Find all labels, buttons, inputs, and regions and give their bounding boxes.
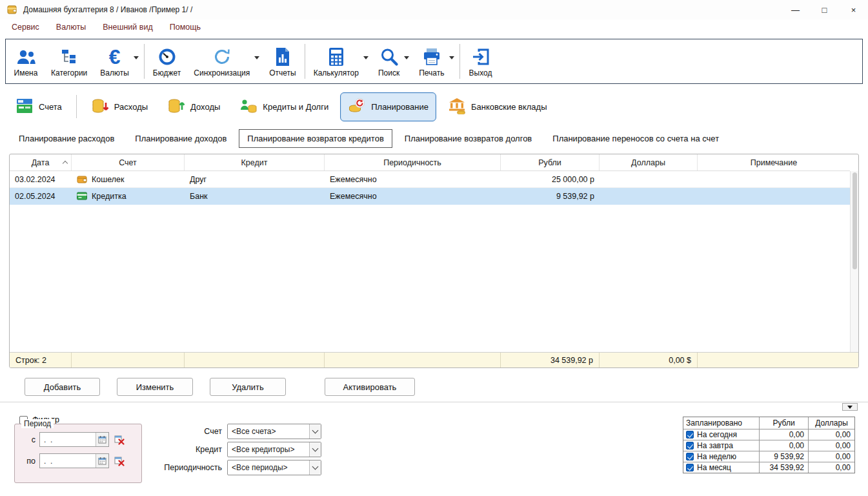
chevron-down-icon[interactable] xyxy=(134,56,139,59)
section-separator xyxy=(76,95,77,118)
column-header-date[interactable]: Дата xyxy=(10,154,72,170)
deposits-icon xyxy=(448,98,466,116)
calendar-icon[interactable] xyxy=(96,454,108,468)
rubles-total: 34 539,92 р xyxy=(501,353,600,367)
period-groupbox: Период с . . по . . xyxy=(14,424,142,483)
section-income[interactable]: Доходы xyxy=(159,92,228,121)
filter-panel: Фильтр Период с . . по . . xyxy=(0,411,868,496)
chevron-down-icon[interactable] xyxy=(309,442,321,457)
calculator-button[interactable]: Калькулятор xyxy=(307,41,372,82)
date-to-label: по xyxy=(21,457,35,466)
edit-button[interactable]: Изменить xyxy=(117,378,193,396)
planned-summary-table: Запланировано Рубли Доллары На сегодня 0… xyxy=(683,417,855,473)
scrollbar-thumb[interactable] xyxy=(853,172,857,269)
column-header-periodicity[interactable]: Периодичность xyxy=(325,154,501,170)
currencies-button[interactable]: € Валюты xyxy=(94,41,142,82)
collapse-panel-button[interactable] xyxy=(842,403,858,411)
calendar-icon[interactable] xyxy=(96,433,108,446)
planned-row-tomorrow: На завтра 0,00 0,00 xyxy=(683,440,854,451)
clear-date-icon[interactable] xyxy=(113,455,126,468)
sync-button[interactable]: Синхронизация xyxy=(187,41,263,82)
main-toolbar: Имена Категории € Валюты Бюджет xyxy=(5,39,863,84)
filter-selects: Счет <Все счета> Кредит <Все кредиторы> … xyxy=(150,424,324,478)
tab-plan-expenses[interactable]: Планирование расходов xyxy=(10,129,123,148)
clear-date-icon[interactable] xyxy=(113,433,126,446)
creditor-select[interactable]: <Все кредиторы> xyxy=(227,442,321,457)
cell-account: Кредитка xyxy=(72,188,185,204)
cell-account: Кошелек xyxy=(72,171,185,187)
names-button[interactable]: Имена xyxy=(7,41,45,82)
toolbar-separator xyxy=(305,44,305,79)
toolbar-separator xyxy=(459,44,460,79)
exit-button[interactable]: Выход xyxy=(462,41,500,82)
chevron-down-icon[interactable] xyxy=(254,56,259,59)
tab-plan-income[interactable]: Планирование доходов xyxy=(126,129,235,148)
sync-icon xyxy=(212,46,232,68)
chevron-down-icon[interactable] xyxy=(449,56,454,59)
search-button[interactable]: Поиск xyxy=(372,41,412,82)
maximize-button[interactable]: □ xyxy=(810,0,839,19)
checkbox-checked-icon[interactable] xyxy=(686,453,694,460)
account-select-label: Счет xyxy=(150,427,222,436)
periodicity-select[interactable]: <Все периоды> xyxy=(227,460,321,475)
table-row[interactable]: 03.02.2024 Кошелек Друг Ежемесячно 25 00… xyxy=(10,171,850,188)
planned-row-month: На месяц 34 539,92 0,00 xyxy=(683,462,854,473)
chevron-down-icon[interactable] xyxy=(309,424,321,439)
section-expenses[interactable]: Расходы xyxy=(83,92,156,121)
chevron-down-icon[interactable] xyxy=(363,56,368,59)
titlebar: Домашняя бухгалтерия 8 / Иванов /Пример … xyxy=(0,0,868,19)
date-to-input[interactable]: . . xyxy=(39,453,109,468)
section-credits[interactable]: Кредиты и Долги xyxy=(232,92,336,121)
section-toolbar: Счета Расходы Доходы Кредиты и Долги Пл xyxy=(5,92,863,121)
planned-row-week: На неделю 9 539,92 0,00 xyxy=(683,451,854,462)
close-button[interactable]: × xyxy=(839,0,868,19)
planning-icon xyxy=(348,98,366,116)
chevron-down-icon[interactable] xyxy=(309,460,321,475)
cell-dollars xyxy=(600,188,698,204)
date-from-input[interactable]: . . xyxy=(39,432,109,447)
table-row-selected[interactable]: 02.05.2024 Кредитка Банк Ежемесячно 9 53… xyxy=(10,188,850,205)
credit-card-icon xyxy=(77,192,87,200)
chevron-down-icon[interactable] xyxy=(404,56,409,59)
add-button[interactable]: Добавить xyxy=(25,378,100,396)
section-accounts[interactable]: Счета xyxy=(8,92,70,121)
checkbox-checked-icon[interactable] xyxy=(686,442,694,450)
report-icon xyxy=(274,46,291,68)
tab-plan-credit-returns[interactable]: Планирование возвратов кредитов xyxy=(239,129,392,148)
section-deposits[interactable]: Банковские вклады xyxy=(440,92,555,121)
minimize-button[interactable]: — xyxy=(781,0,810,19)
cell-dollars xyxy=(600,171,698,187)
delete-button[interactable]: Удалить xyxy=(210,378,286,396)
cell-date: 02.05.2024 xyxy=(10,188,72,204)
cell-rubles: 25 000,00 р xyxy=(501,171,600,187)
checkbox-checked-icon[interactable] xyxy=(686,431,694,439)
action-buttons: Добавить Изменить Удалить Активировать xyxy=(9,378,859,396)
menu-appearance[interactable]: Внешний вид xyxy=(100,21,155,33)
column-header-account[interactable]: Счет xyxy=(72,154,185,170)
column-header-rubles[interactable]: Рубли xyxy=(501,154,600,170)
column-header-dollars[interactable]: Доллары xyxy=(600,154,698,170)
menubar: Сервис Валюты Внешний вид Помощь xyxy=(0,19,868,35)
vertical-scrollbar[interactable] xyxy=(850,171,858,352)
categories-button[interactable]: Категории xyxy=(45,41,94,82)
menu-currencies[interactable]: Валюты xyxy=(54,21,88,33)
sort-ascending-icon xyxy=(63,161,68,166)
section-planning[interactable]: Планирование xyxy=(340,92,436,121)
column-header-note[interactable]: Примечание xyxy=(698,154,850,170)
budget-button[interactable]: Бюджет xyxy=(146,41,187,82)
account-select[interactable]: <Все счета> xyxy=(227,424,321,439)
cell-note xyxy=(698,171,850,187)
planned-header-row: Запланировано Рубли Доллары xyxy=(683,417,854,429)
tab-plan-transfers[interactable]: Планирование переносов со счета на счет xyxy=(544,129,727,148)
checkbox-checked-icon[interactable] xyxy=(686,464,694,471)
activate-button[interactable]: Активировать xyxy=(325,378,415,396)
toolbar-group-exit: Выход xyxy=(462,41,500,82)
reports-button[interactable]: Отчеты xyxy=(263,41,302,82)
tab-plan-debt-returns[interactable]: Планирование возвратов долгов xyxy=(396,129,540,148)
print-button[interactable]: Печать xyxy=(412,41,457,82)
menu-service[interactable]: Сервис xyxy=(9,21,42,33)
column-header-credit[interactable]: Кредит xyxy=(185,154,325,170)
cell-credit: Банк xyxy=(185,188,325,204)
menu-help[interactable]: Помощь xyxy=(167,21,203,33)
app-window: Домашняя бухгалтерия 8 / Иванов /Пример … xyxy=(0,0,868,496)
